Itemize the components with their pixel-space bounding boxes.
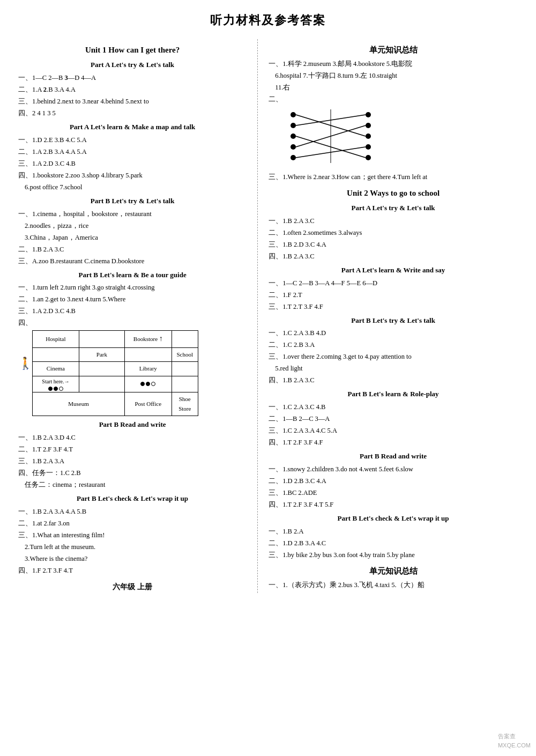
answer-line: 一、1.C 2.A 3.C 4.B [266, 402, 520, 412]
answer-line: 三、1.BC 2.ADE [266, 487, 520, 498]
answer-line: 二、1.A 2.B 3.A 4.A [16, 84, 249, 95]
answer-line: 四、1.T 2.F 3.F 4.F [266, 437, 520, 448]
answer-line: 三、1.B 2.A 3.A [16, 456, 249, 466]
answer-line: 四、任务一：1.C 2.B [16, 468, 249, 478]
partB-read-write-title: Part B Read and write [16, 419, 249, 431]
answer-line: 一、1.D 2.E 3.B 4.C 5.A [16, 135, 249, 145]
answer-line: 一、1.B 2.A 3.C [266, 216, 520, 226]
u2-partB-read-write-title: Part B Read and write [266, 451, 520, 462]
answer-line: 四、1.F 2.T 3.F 4.T [16, 565, 249, 576]
answer-line: 一、1.科学 2.museum 3.邮局 4.bookstore 5.电影院 [266, 58, 520, 69]
answer-line: 三、1.B 2.D 3.C 4.A [266, 239, 520, 250]
answer-line: 6.post office 7.school [16, 182, 249, 192]
svg-point-0 [291, 112, 296, 117]
answer-line: 11.右 [266, 82, 520, 93]
answer-line: 三、1.behind 2.next to 3.near 4.behind 5.n… [16, 96, 249, 107]
partB-learn-guide-title: Part B Let's learn & Be a tour guide [16, 270, 249, 281]
answer-line: 一、1.turn left 2.turn right 3.go straight… [16, 282, 249, 293]
answer-line: 二、 [266, 94, 520, 105]
answer-line: 二、1.A 2.B 3.A 4.A 5.A [16, 146, 249, 157]
u2-partA-learn-write-title: Part A Let's learn & Write and say [266, 265, 520, 276]
answer-line: 2.noodles，pizza，rice [16, 220, 249, 231]
figure-icon: 🚶 [18, 354, 33, 373]
left-column: Unit 1 How can I get there? Part A Let's… [16, 39, 258, 593]
answer-line: 二、1.T 2.F 3.F 4.T [16, 444, 249, 455]
answer-line: 3.China，Japan，America [16, 232, 249, 243]
svg-point-4 [291, 155, 296, 160]
answer-line: 二、1.an 2.get to 3.next 4.turn 5.Where [16, 294, 249, 305]
answer-line: 一、1.C 2.A 3.B 4.D [266, 328, 520, 338]
answer-line: 四、1.B 2.A 3.C [266, 251, 520, 262]
answer-line: 四、1.bookstore 2.zoo 3.shop 4.library 5.p… [16, 170, 249, 181]
answer-line: 二、1.B 2.A 3.C [16, 244, 249, 255]
unit2-title: Unit 2 Ways to go to school [266, 187, 520, 199]
partA-learn-talk-title: Part A Let's learn & Make a map and talk [16, 122, 249, 133]
svg-point-2 [291, 134, 296, 139]
answer-line: 三、1.Where is 2.near 3.How can；get there … [266, 172, 520, 182]
page-title: 听力材料及参考答案 [16, 11, 520, 29]
answer-line: 6.hospital 7.十字路口 8.turn 9.左 10.straight [266, 70, 520, 81]
u2-partB-learn-roleplay-title: Part B Let's learn & Role-play [266, 389, 520, 400]
svg-point-8 [366, 144, 371, 150]
partB-check-wrap-title: Part B Let's check & Let's wrap it up [16, 493, 249, 505]
svg-point-5 [366, 112, 371, 117]
answer-line: 5.red light [266, 363, 520, 374]
svg-point-6 [366, 123, 371, 128]
connect-diagram [277, 107, 515, 169]
u2-partB-try-talk-title: Part B Let's try & Let's talk [266, 315, 520, 327]
answer-line: 四、1.B 2.A 3.C [266, 375, 520, 386]
right-column: 单元知识总结 一、1.科学 2.museum 3.邮局 4.bookstore … [258, 39, 520, 593]
svg-point-1 [291, 123, 296, 128]
svg-point-9 [366, 155, 371, 160]
watermark: 告案查 MXQE.COM [498, 732, 531, 751]
answer-line: 三、1.T 2.T 3.F 4.F [266, 301, 520, 312]
u2-partA-try-talk-title: Part A Let's try & Let's talk [266, 203, 520, 214]
answer-line: 一、1.snowy 2.children 3.do not 4.went 5.f… [266, 464, 520, 475]
answer-line: 二、1.F 2.T [266, 290, 520, 300]
answer-line: 任务二：cinema；restaurant [16, 479, 249, 490]
answer-line: 一、1—C 2—B 3—D 4—A [16, 72, 249, 83]
answer-line: 三、1.C 2.A 3.A 4.C 5.A [266, 425, 520, 436]
answer-line: 二、1.D 2.B 3.A 4.C [266, 538, 520, 549]
answer-line: 三、1.A 2.D 3.C 4.B [16, 158, 249, 169]
map-table: Hospital Bookstore ↑ Park School Cinema … [32, 330, 198, 416]
answer-line: 三、A.zoo B.restaurant C.cinema D.bookstor… [16, 256, 249, 266]
u2-partB-check-wrap-title: Part B Let's check & Let's wrap it up [266, 513, 520, 524]
answer-line: 一、1.B 2.A 3.A 4.A 5.B [16, 506, 249, 517]
answer-line: 一、1.（表示方式）乘 2.bus 3.飞机 4.taxi 5.（大）船 [266, 580, 520, 590]
answer-line: 一、1.B 2.A 3.D 4.C [16, 432, 249, 443]
answer-line: 二、1.C 2.B 3.A [266, 339, 520, 350]
answer-line: 二、1.often 2.sometimes 3.always [266, 227, 520, 238]
answer-line: 四、2 4 1 3 5 [16, 108, 249, 118]
answer-line: 二、1.at 2.far 3.on [16, 518, 249, 529]
answer-line: 三、1.by bike 2.by bus 3.on foot 4.by trai… [266, 550, 520, 560]
answer-line: 三、1.over there 2.coming 3.get to 4.pay a… [266, 351, 520, 362]
grade-label: 六年级 上册 [16, 581, 249, 593]
svg-point-7 [366, 134, 371, 139]
answer-line: 二、1—B 2—C 3—A [266, 413, 520, 424]
answer-line: 二、1.D 2.B 3.C 4.A [266, 476, 520, 486]
partA-try-talk-title: Part A Let's try & Let's talk [16, 60, 249, 71]
answer-line: 一、1—C 2—B 3—A 4—F 5—E 6—D [266, 278, 520, 288]
svg-point-3 [291, 144, 296, 150]
answer-line: 三、1.What an interesting film! [16, 530, 249, 540]
answer-line: 3.Where is the cinema? [16, 553, 249, 564]
unit1-title: Unit 1 How can I get there? [16, 43, 249, 56]
answer-line: 四、1.T 2.F 3.F 4.T 5.F [266, 499, 520, 510]
answer-line: 四、 [16, 317, 249, 328]
answer-line: 三、1.A 2.D 3.C 4.B [16, 306, 249, 316]
answer-line: 一、1.B 2.A [266, 526, 520, 537]
answer-line: 2.Turn left at the museum. [16, 542, 249, 552]
partB-try-talk-title: Part B Let's try & Let's talk [16, 196, 249, 207]
unit2-knowledge-title: 单元知识总结 [266, 565, 520, 577]
unit-knowledge-title: 单元知识总结 [266, 43, 520, 56]
answer-line: 一、1.cinema，hospital，bookstore，restaurant [16, 209, 249, 219]
